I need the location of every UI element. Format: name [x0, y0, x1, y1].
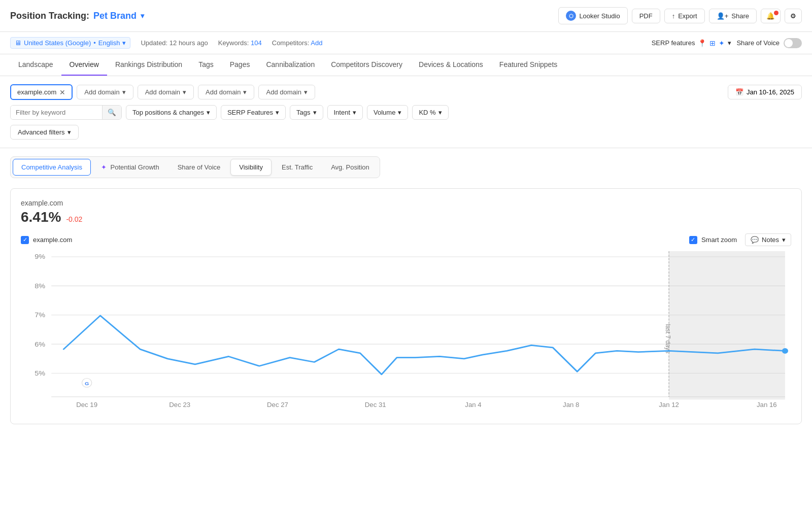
brand-chevron[interactable]: ▾: [141, 12, 144, 20]
tab-cannibalization[interactable]: Cannibalization: [258, 54, 323, 76]
add-domain-btn-3[interactable]: Add domain ▾: [198, 85, 254, 99]
tab-est-traffic[interactable]: Est. Traffic: [274, 159, 321, 175]
tab-overview[interactable]: Overview: [61, 54, 107, 76]
add-domain-chevron-icon-4: ▾: [304, 88, 308, 96]
search-input[interactable]: [11, 106, 102, 119]
chart-domain-label: example.com: [21, 199, 791, 207]
svg-text:Jan 16: Jan 16: [757, 401, 777, 408]
looker-studio-button[interactable]: ⬡ Looker Studio: [558, 7, 627, 24]
filter-section: example.com ✕ Add domain ▾ Add domain ▾ …: [0, 76, 812, 148]
svg-text:last 7 days: last 7 days: [664, 324, 672, 353]
serp-features-button[interactable]: SERP features 📍 ⊞ ✦ ▾: [652, 39, 732, 47]
kd-dropdown-chevron-icon: ▾: [438, 109, 442, 116]
tab-visibility[interactable]: Visibility: [230, 159, 272, 176]
svg-text:G: G: [85, 381, 89, 386]
search-button[interactable]: 🔍: [102, 106, 121, 119]
pdf-button[interactable]: PDF: [632, 9, 660, 23]
tab-rankings-distribution[interactable]: Rankings Distribution: [107, 54, 190, 76]
add-domain-btn-2[interactable]: Add domain ▾: [138, 85, 194, 99]
app-title: Position Tracking:: [10, 11, 89, 21]
smart-zoom-label: Smart zoom: [701, 236, 737, 244]
legend-checkbox[interactable]: ✓: [21, 236, 29, 244]
tab-landscape[interactable]: Landscape: [10, 54, 61, 76]
tab-tags[interactable]: Tags: [190, 54, 222, 76]
map-pin-icon: 📍: [698, 39, 706, 47]
positions-filter[interactable]: Top positions & changes ▾: [126, 105, 217, 120]
tab-potential-growth[interactable]: ✦ Potential Growth: [93, 159, 167, 175]
volume-filter[interactable]: Volume ▾: [367, 105, 408, 120]
advanced-filters-button[interactable]: Advanced filters ▾: [10, 125, 79, 140]
monitor-icon: 🖥: [15, 39, 21, 47]
add-domain-btn-4[interactable]: Add domain ▾: [258, 85, 315, 99]
notification-dot: [774, 11, 779, 15]
notes-label: Notes: [762, 236, 779, 244]
svg-text:Dec 23: Dec 23: [169, 401, 190, 408]
svg-text:Dec 27: Dec 27: [267, 401, 288, 408]
search-icon: 🔍: [108, 109, 116, 116]
volume-dropdown-chevron-icon: ▾: [398, 109, 401, 116]
export-button[interactable]: ↑ Export: [664, 9, 705, 23]
svg-text:7%: 7%: [35, 311, 45, 319]
sov-label: Share of Voice: [736, 39, 780, 47]
svg-text:8%: 8%: [35, 282, 45, 289]
domain-chip-label: example.com: [17, 88, 56, 96]
positions-dropdown-chevron-icon: ▾: [207, 109, 210, 116]
notes-button[interactable]: 💬 Notes ▾: [745, 233, 791, 246]
settings-button[interactable]: ⚙: [785, 9, 802, 23]
chart-change: -0.02: [66, 215, 82, 223]
tags-dropdown-chevron-icon: ▾: [313, 109, 317, 116]
serp-features-dropdown-chevron-icon: ▾: [276, 109, 279, 116]
keywords-info: Keywords: 104: [218, 39, 262, 47]
add-domain-chevron-icon: ▾: [122, 88, 126, 96]
chart-area: 9% 8% 7% 6% 5% last 7 days G: [21, 251, 791, 414]
chart-section: example.com 6.41% -0.02 ✓ example.com: [10, 188, 802, 424]
svg-text:Jan 12: Jan 12: [659, 401, 679, 408]
smart-zoom-checkbox[interactable]: ✓: [689, 236, 697, 244]
tab-competitive-analysis[interactable]: Competitive Analysis: [13, 159, 91, 176]
chart-legend: ✓ example.com: [21, 236, 72, 244]
intent-filter[interactable]: Intent ▾: [327, 105, 363, 120]
legend-label: example.com: [33, 236, 72, 244]
tab-avg-position[interactable]: Avg. Position: [323, 159, 378, 175]
svg-text:6%: 6%: [35, 340, 45, 348]
nav-tabs: Landscape Overview Rankings Distribution…: [0, 54, 812, 76]
brand-name[interactable]: Pet Brand: [93, 11, 137, 21]
kd-filter[interactable]: KD % ▾: [412, 105, 448, 120]
notification-button[interactable]: 🔔: [761, 9, 781, 23]
sov-container: Share of Voice: [736, 38, 802, 48]
svg-text:Jan 4: Jan 4: [465, 401, 481, 408]
keywords-count[interactable]: 104: [251, 39, 262, 47]
chart-svg: 9% 8% 7% 6% 5% last 7 days G: [21, 251, 791, 414]
tab-featured-snippets[interactable]: Featured Snippets: [491, 54, 565, 76]
calendar-icon: 📅: [735, 88, 743, 96]
svg-point-15: [782, 348, 788, 354]
add-domain-btn-1[interactable]: Add domain ▾: [77, 85, 133, 99]
updated-label: Updated: 12 hours ago: [141, 39, 208, 47]
advanced-filters-label: Advanced filters: [18, 128, 65, 136]
date-range-button[interactable]: 📅 Jan 10-16, 2025: [728, 85, 802, 99]
sz-checkmark-icon: ✓: [691, 236, 695, 243]
tab-share-of-voice[interactable]: Share of Voice: [170, 159, 229, 175]
star-icon: ✦: [719, 39, 725, 47]
svg-text:5%: 5%: [35, 369, 45, 377]
tab-competitors-discovery[interactable]: Competitors Discovery: [323, 54, 411, 76]
serp-label: SERP features: [652, 39, 695, 47]
competitors-add[interactable]: Add: [311, 39, 322, 47]
sparkle-icon: ✦: [101, 163, 107, 171]
tab-pages[interactable]: Pages: [222, 54, 258, 76]
domain-chip[interactable]: example.com ✕: [10, 84, 73, 100]
location-selector[interactable]: 🖥 United States (Google) • English ▾: [10, 37, 130, 49]
share-button[interactable]: 👤+ Share: [709, 9, 757, 23]
serp-features-filter[interactable]: SERP Features ▾: [221, 105, 286, 120]
chart-percentage: 6.41%: [21, 209, 61, 225]
chart-controls: ✓ example.com ✓ Smart zoom 💬 Notes ▾: [21, 233, 791, 246]
chip-remove-button[interactable]: ✕: [59, 89, 65, 96]
tab-devices-locations[interactable]: Devices & Locations: [411, 54, 491, 76]
serp-dropdown-chevron-icon: ▾: [728, 39, 731, 47]
checkmark-icon: ✓: [23, 236, 27, 243]
location-label: United States (Google): [24, 39, 91, 47]
grid-icon: ⊞: [709, 39, 716, 47]
sov-toggle-switch[interactable]: [784, 38, 802, 48]
tags-filter[interactable]: Tags ▾: [290, 105, 323, 120]
svg-text:Jan 8: Jan 8: [563, 401, 579, 408]
